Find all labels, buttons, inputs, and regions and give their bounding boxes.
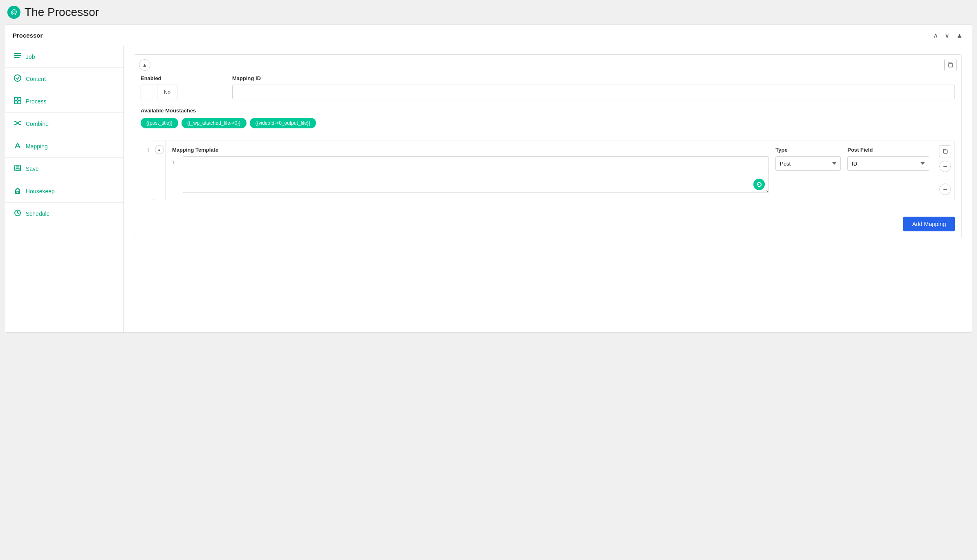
svg-rect-13 bbox=[949, 63, 952, 67]
toggle-no-label: No bbox=[157, 86, 177, 99]
mapping-template-label: Mapping Template bbox=[172, 147, 769, 153]
moustache-tag-1[interactable]: {{_wp_attached_file->0}} bbox=[182, 118, 246, 128]
sidebar-item-schedule-label: Schedule bbox=[26, 211, 49, 217]
enabled-field-group: Enabled No bbox=[141, 75, 222, 99]
row-main-content: Mapping Template 1 bbox=[166, 141, 936, 200]
top-fields: Enabled No Mapping ID bbox=[134, 75, 961, 108]
row-actions-col: − − bbox=[936, 141, 955, 200]
svg-rect-4 bbox=[14, 97, 17, 100]
sidebar-item-job[interactable]: Job bbox=[5, 46, 123, 68]
moustache-tag-0[interactable]: {{post_title}} bbox=[141, 118, 178, 128]
app-title: The Processor bbox=[25, 6, 99, 19]
content-layout: Job Content bbox=[5, 46, 972, 332]
add-mapping-row: Add Mapping bbox=[134, 213, 961, 238]
post-field-group: Post Field ID Title Content Slug Author bbox=[847, 147, 929, 194]
type-field-group: Type Post Attachment Custom bbox=[775, 147, 841, 194]
svg-rect-1 bbox=[14, 55, 21, 56]
sidebar-item-process[interactable]: Process bbox=[5, 90, 123, 113]
processor-collapse-button[interactable]: ▲ bbox=[955, 31, 964, 40]
mapping-icon bbox=[13, 142, 22, 151]
processor-down-button[interactable]: ∨ bbox=[943, 31, 951, 40]
sidebar-item-job-label: Job bbox=[26, 54, 35, 60]
post-field-label: Post Field bbox=[847, 147, 929, 153]
row-number-col: ▲ bbox=[153, 141, 166, 200]
sidebar-item-schedule[interactable]: Schedule bbox=[5, 203, 123, 225]
mapping-row-wrapper: 1 ▲ Mapping Template bbox=[141, 141, 955, 204]
mapping-id-label: Mapping ID bbox=[232, 75, 955, 81]
svg-rect-7 bbox=[18, 101, 21, 104]
post-field-select[interactable]: ID Title Content Slug Author bbox=[847, 156, 929, 171]
sidebar-item-save-label: Save bbox=[26, 166, 39, 172]
type-label: Type bbox=[775, 147, 841, 153]
mapping-template-textarea[interactable] bbox=[183, 156, 769, 193]
enabled-toggle[interactable]: No bbox=[141, 85, 177, 99]
housekeep-icon bbox=[13, 187, 22, 196]
top-collapse-button[interactable]: ▲ bbox=[139, 59, 150, 71]
app-header: @ The Processor bbox=[0, 0, 977, 25]
logo-icon: @ bbox=[11, 9, 17, 16]
moustaches-tags: {{post_title}} {{_wp_attached_file->0}} … bbox=[141, 118, 955, 128]
svg-rect-5 bbox=[18, 97, 21, 100]
mapping-id-field-group: Mapping ID bbox=[232, 75, 955, 99]
processor-title: Processor bbox=[13, 32, 43, 39]
mapping-template-group: Mapping Template 1 bbox=[172, 147, 769, 194]
row-copy-button[interactable] bbox=[939, 145, 951, 157]
sidebar-item-mapping-label: Mapping bbox=[26, 143, 48, 150]
svg-rect-11 bbox=[17, 191, 18, 193]
sidebar-item-housekeep[interactable]: Housekeep bbox=[5, 180, 123, 203]
processor-up-button[interactable]: ∧ bbox=[932, 31, 940, 40]
moustache-tag-2[interactable]: {{videoId->0_output_file}} bbox=[250, 118, 316, 128]
mapping-id-input[interactable] bbox=[232, 85, 955, 99]
moustaches-label: Available Moustaches bbox=[141, 108, 955, 114]
moustaches-section: Available Moustaches {{post_title}} {{_w… bbox=[134, 108, 961, 137]
sidebar-item-combine-label: Combine bbox=[26, 121, 49, 127]
mapping-row-0: ▲ Mapping Template 1 bbox=[153, 141, 955, 200]
content-icon bbox=[13, 74, 22, 83]
save-icon bbox=[13, 164, 22, 173]
type-select[interactable]: Post Attachment Custom bbox=[775, 156, 841, 171]
app-logo: @ bbox=[7, 6, 20, 19]
main-container: Processor ∧ ∨ ▲ Job bbox=[5, 25, 972, 333]
sidebar-item-content[interactable]: Content bbox=[5, 68, 123, 90]
sidebar-item-combine[interactable]: Combine bbox=[5, 113, 123, 135]
processor-header-actions: ∧ ∨ ▲ bbox=[932, 31, 964, 40]
row-minus-top-button[interactable]: − bbox=[939, 161, 951, 172]
svg-rect-9 bbox=[16, 165, 19, 168]
svg-point-3 bbox=[14, 75, 21, 81]
svg-rect-10 bbox=[16, 168, 19, 170]
row-collapse-button[interactable]: ▲ bbox=[155, 145, 164, 154]
textarea-wrapper bbox=[183, 156, 769, 194]
sidebar-item-save[interactable]: Save bbox=[5, 158, 123, 180]
toggle-box bbox=[141, 85, 157, 99]
refresh-icon[interactable] bbox=[753, 179, 765, 190]
top-card-section: ▲ Enabled No bbox=[134, 54, 962, 238]
top-card-header: ▲ bbox=[134, 55, 961, 75]
svg-rect-6 bbox=[14, 101, 17, 104]
combine-icon bbox=[13, 119, 22, 128]
sidebar: Job Content bbox=[5, 46, 124, 332]
add-mapping-button[interactable]: Add Mapping bbox=[903, 217, 955, 231]
processor-header: Processor ∧ ∨ ▲ bbox=[5, 25, 972, 46]
sidebar-item-housekeep-label: Housekeep bbox=[26, 188, 55, 195]
enabled-label: Enabled bbox=[141, 75, 222, 81]
top-copy-button[interactable] bbox=[944, 59, 957, 71]
mapping-rows-area: 1 ▲ Mapping Template bbox=[134, 137, 961, 213]
row-minus-bottom-button[interactable]: − bbox=[939, 184, 951, 195]
schedule-icon bbox=[13, 209, 22, 218]
main-content: ▲ Enabled No bbox=[124, 46, 972, 332]
sidebar-item-mapping[interactable]: Mapping bbox=[5, 135, 123, 158]
sidebar-item-process-label: Process bbox=[26, 98, 47, 105]
svg-rect-2 bbox=[14, 57, 20, 58]
job-icon bbox=[13, 53, 22, 61]
sidebar-item-content-label: Content bbox=[26, 76, 46, 82]
row-inner-number: 1 bbox=[172, 156, 179, 194]
svg-rect-0 bbox=[14, 53, 21, 54]
svg-rect-14 bbox=[943, 150, 947, 153]
process-icon bbox=[13, 97, 22, 106]
row-outer-number: 1 bbox=[141, 141, 153, 153]
template-row: 1 bbox=[172, 156, 769, 194]
